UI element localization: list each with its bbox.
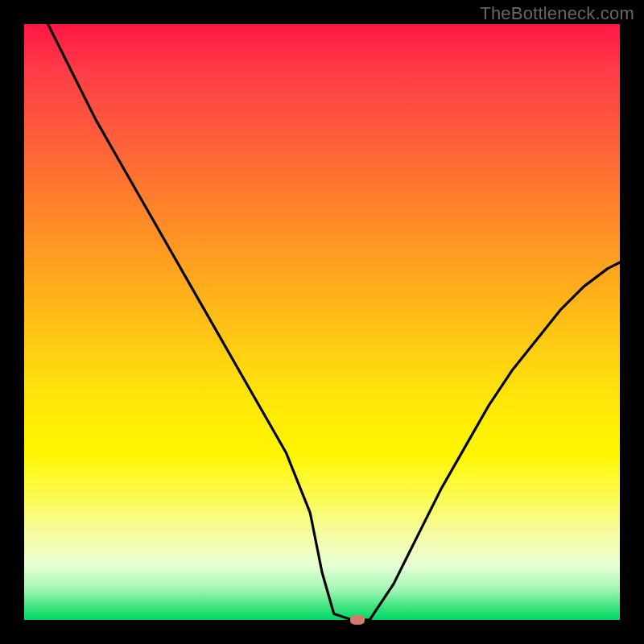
watermark-text: TheBottleneck.com bbox=[480, 3, 634, 24]
chart-frame: TheBottleneck.com bbox=[0, 0, 644, 644]
plot-area bbox=[24, 24, 620, 620]
minimum-marker bbox=[350, 615, 365, 625]
bottleneck-curve bbox=[24, 24, 620, 620]
